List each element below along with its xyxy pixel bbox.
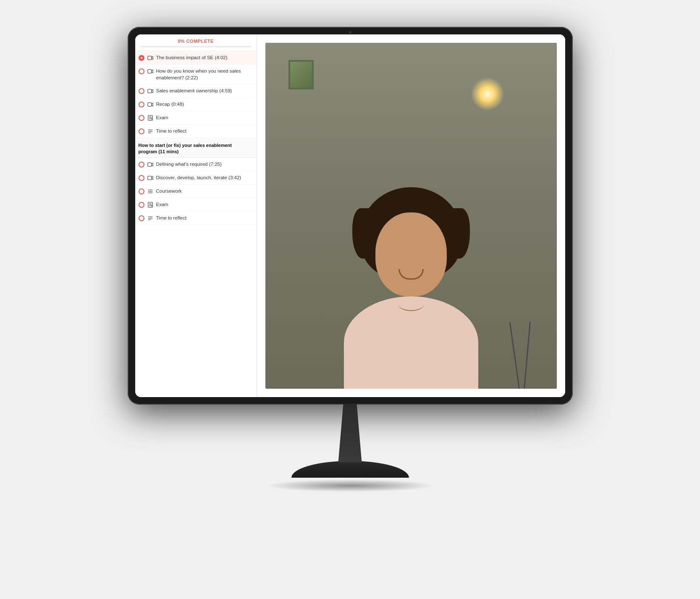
sidebar-item-1[interactable]: The business impact of SE (4:02) — [135, 51, 257, 65]
exam-icon-2 — [147, 201, 154, 208]
svg-rect-15 — [147, 176, 151, 180]
scene: 0% COMPLETE — [0, 0, 700, 599]
main-content — [257, 34, 565, 397]
sidebar-item-9[interactable]: Coursework — [135, 185, 257, 198]
sidebar-item-11[interactable]: Time to reflect — [135, 212, 257, 225]
progress-area: 0% COMPLETE — [135, 34, 257, 51]
item-label-8: Discover, develop, launch, iterate (3:42… — [156, 174, 241, 181]
person — [331, 187, 491, 389]
item-label-1: The business impact of SE (4:02) — [156, 54, 228, 61]
coursework-icon — [147, 188, 154, 195]
item-radio-5 — [139, 115, 144, 121]
video-icon-1 — [147, 55, 154, 61]
reflect-icon-1 — [147, 128, 154, 135]
video-icon-6 — [147, 175, 154, 181]
item-label-10: Exam — [156, 201, 168, 208]
sidebar-item-5[interactable]: Exam — [135, 111, 257, 125]
person-necklace — [399, 298, 424, 311]
video-icon-3 — [147, 88, 154, 94]
item-radio-11 — [139, 215, 144, 221]
monitor-stand-base — [291, 461, 409, 478]
sidebar-item-3[interactable]: Sales enablement ownership (4:59) — [135, 84, 257, 98]
light-source — [471, 77, 504, 111]
svg-rect-4 — [147, 102, 151, 106]
svg-rect-14 — [147, 163, 151, 167]
svg-rect-3 — [147, 89, 151, 93]
item-radio-10 — [139, 202, 144, 208]
sidebar-item-6[interactable]: Time to reflect — [135, 125, 257, 138]
video-icon-5 — [147, 161, 154, 168]
person-face — [375, 212, 447, 296]
sidebar-item-10[interactable]: Exam — [135, 198, 257, 212]
item-label-5: Exam — [156, 114, 168, 121]
item-radio-1 — [139, 55, 144, 61]
tripod-leg2 — [524, 322, 531, 389]
tripod — [509, 305, 542, 389]
item-label-2: How do you know when you need sales enab… — [156, 68, 252, 81]
item-radio-9 — [139, 188, 144, 194]
progress-text: 0% COMPLETE — [140, 39, 252, 44]
svg-point-0 — [141, 57, 142, 59]
progress-percent: 0% — [178, 39, 185, 44]
item-radio-8 — [139, 175, 144, 181]
sidebar-item-4[interactable]: Recap (0:48) — [135, 98, 257, 111]
video-icon-2 — [147, 68, 154, 75]
item-label-9: Coursework — [156, 188, 182, 194]
item-label-4: Recap (0:48) — [156, 101, 184, 107]
video-container[interactable] — [265, 43, 557, 389]
person-torso — [344, 296, 478, 389]
item-radio-7 — [139, 162, 144, 167]
item-label-7: Defining what's required (7:25) — [156, 161, 222, 167]
reflect-icon-2 — [147, 215, 154, 222]
monitor-stand-shadow — [266, 479, 434, 492]
item-radio-6 — [139, 128, 144, 134]
video-frame — [265, 43, 557, 389]
svg-rect-1 — [147, 56, 151, 60]
monitor: 0% COMPLETE — [119, 27, 581, 573]
section2-title: How to start (or fix) your sales enablem… — [139, 142, 252, 155]
sidebar[interactable]: 0% COMPLETE — [135, 34, 257, 397]
screen-bezel: 0% COMPLETE — [135, 34, 565, 397]
exam-icon-1 — [147, 115, 154, 121]
monitor-shell: 0% COMPLETE — [128, 27, 573, 405]
section2-header: How to start (or fix) your sales enablem… — [135, 138, 257, 158]
item-radio-3 — [139, 88, 144, 94]
svg-rect-2 — [147, 69, 151, 73]
item-radio-4 — [139, 102, 144, 107]
item-radio-2 — [139, 68, 144, 74]
item-label-3: Sales enablement ownership (4:59) — [156, 87, 232, 94]
screen-content: 0% COMPLETE — [135, 34, 565, 397]
person-smile — [399, 269, 424, 280]
progress-track — [140, 46, 252, 47]
tripod-leg1 — [509, 322, 520, 389]
monitor-stand-neck — [333, 404, 367, 463]
sidebar-item-7[interactable]: Defining what's required (7:25) — [135, 158, 257, 171]
progress-label: COMPLETE — [186, 39, 214, 44]
item-label-11: Time to reflect — [156, 214, 186, 221]
sidebar-item-2[interactable]: How do you know when you need sales enab… — [135, 65, 257, 84]
item-label-6: Time to reflect — [156, 128, 186, 134]
wall-frame — [288, 60, 314, 89]
sidebar-item-8[interactable]: Discover, develop, launch, iterate (3:42… — [135, 171, 257, 185]
video-icon-4 — [147, 101, 154, 108]
